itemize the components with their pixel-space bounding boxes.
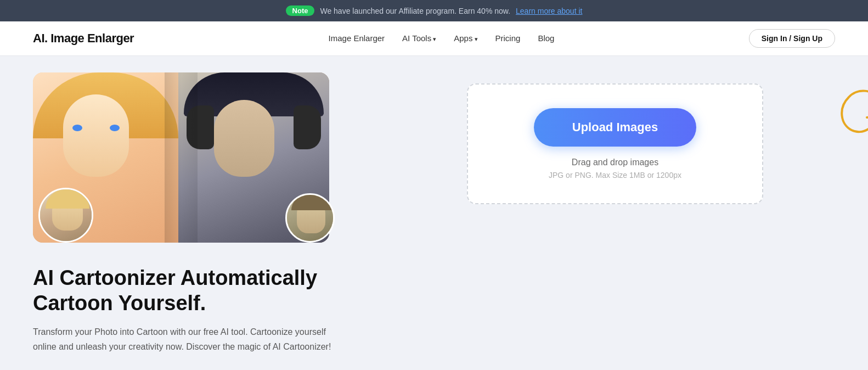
hero-images (33, 72, 340, 248)
site-logo: AI. Image Enlarger (33, 31, 134, 46)
signin-button[interactable]: Sign In / Sign Up (749, 29, 835, 48)
announcement-banner: Note We have launched our Affiliate prog… (0, 0, 868, 21)
drag-drop-text: Drag and drop images (572, 158, 658, 167)
upload-section: Upload Images Drag and drop images JPG o… (395, 72, 835, 204)
note-badge: Note (286, 5, 315, 16)
main-content: AI Cartoonizer Automatically Cartoon You… (0, 56, 868, 370)
nav-links: Image Enlarger AI Tools Apps Pricing Blo… (329, 33, 555, 43)
file-info-text: JPG or PNG. Max Size 1MB or 1200px (549, 171, 681, 180)
banner-message: We have launched our Affiliate program. … (320, 7, 510, 15)
hero-section: AI Cartoonizer Automatically Cartoon You… (33, 72, 351, 370)
nav-pricing[interactable]: Pricing (495, 33, 521, 43)
nav-image-enlarger[interactable]: Image Enlarger (329, 33, 385, 43)
avatar-photo-left (38, 188, 93, 243)
hero-description: Transform your Photo into Cartoon with o… (33, 324, 351, 354)
arrow-svg (819, 83, 868, 149)
arrow-annotation (819, 83, 868, 149)
upload-dropzone[interactable]: Upload Images Drag and drop images JPG o… (467, 83, 763, 204)
nav-apps[interactable]: Apps (454, 33, 477, 43)
avatar-photo-right (285, 193, 335, 243)
nav-blog[interactable]: Blog (538, 33, 554, 43)
hero-title: AI Cartoonizer Automatically Cartoon You… (33, 266, 351, 316)
upload-button[interactable]: Upload Images (534, 108, 696, 147)
main-nav: AI. Image Enlarger Image Enlarger AI Too… (0, 21, 868, 56)
banner-link[interactable]: Learn more about it (516, 7, 582, 15)
nav-ai-tools[interactable]: AI Tools (402, 33, 436, 43)
